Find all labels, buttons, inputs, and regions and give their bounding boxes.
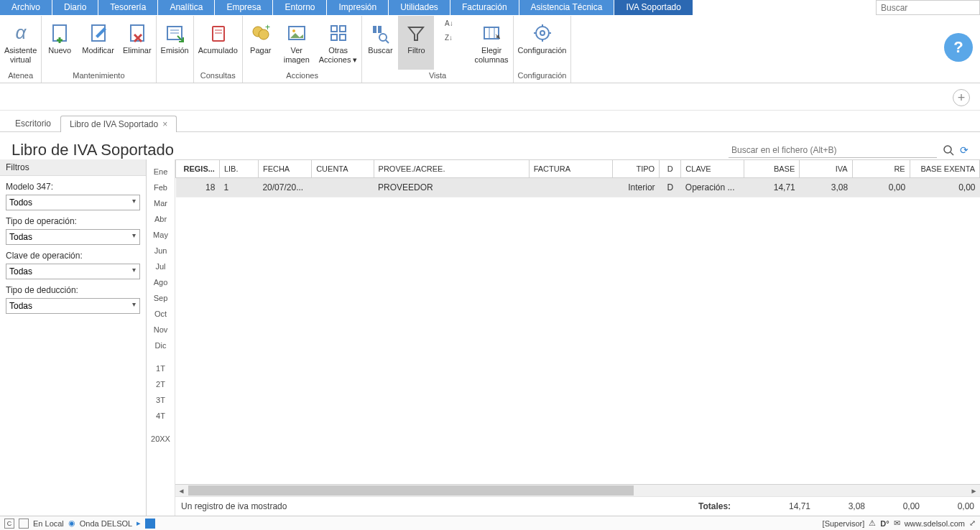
col-header[interactable]: TIPO bbox=[613, 160, 660, 178]
menu-impresión[interactable]: Impresión bbox=[327, 0, 389, 15]
add-button[interactable]: + bbox=[953, 89, 970, 106]
scroll-thumb[interactable] bbox=[188, 485, 634, 496]
col-header[interactable]: FECHA bbox=[258, 160, 311, 178]
month-abr[interactable]: Abr bbox=[147, 211, 175, 227]
ribbon-btn-acumulado[interactable]: Acumulado bbox=[194, 16, 242, 70]
col-header[interactable]: BASE EXENTA bbox=[910, 160, 979, 178]
ribbon-btn-label: Buscar bbox=[368, 46, 392, 55]
status-c-icon[interactable]: C bbox=[4, 519, 14, 529]
col-header[interactable]: D bbox=[660, 160, 681, 178]
ribbon-btn-sort[interactable]: A↓Z↓ bbox=[434, 16, 470, 70]
ribbon-btn-eliminar[interactable]: Eliminar bbox=[119, 16, 156, 70]
col-header[interactable]: CUENTA bbox=[312, 160, 374, 178]
file-search-input[interactable] bbox=[729, 143, 937, 158]
table-cell: 14,71 bbox=[744, 178, 800, 197]
month-nov[interactable]: Nov bbox=[147, 322, 175, 338]
col-header[interactable]: RE bbox=[852, 160, 910, 178]
menu-tesorería[interactable]: Tesorería bbox=[98, 0, 158, 15]
ribbon-btn-otras[interactable]: Otras Acciones ▾ bbox=[315, 16, 362, 70]
refresh-icon[interactable]: ⟳ bbox=[960, 144, 969, 156]
mail-icon[interactable]: ✉ bbox=[894, 519, 900, 528]
total-value: 0,00 bbox=[865, 501, 920, 511]
filter-select-1[interactable]: Todas bbox=[6, 229, 140, 245]
ribbon-btn-label: Configuración bbox=[518, 46, 567, 55]
col-header[interactable]: FACTURA bbox=[529, 160, 613, 178]
ribbon-btn-filtro[interactable]: Filtro bbox=[398, 16, 434, 70]
svg-rect-22 bbox=[331, 34, 337, 40]
search-icon bbox=[369, 22, 392, 45]
month-2t[interactable]: 2T bbox=[147, 376, 175, 392]
total-value: 14,71 bbox=[756, 501, 810, 511]
menu-facturación[interactable]: Facturación bbox=[450, 0, 519, 15]
filter-select-2[interactable]: Todas bbox=[6, 264, 140, 279]
month-3t[interactable]: 3T bbox=[147, 392, 175, 408]
ribbon-btn-configuraci-n[interactable]: Configuración bbox=[514, 16, 571, 70]
scroll-right-icon[interactable]: ► bbox=[968, 485, 980, 497]
svg-text:A↓: A↓ bbox=[445, 19, 453, 27]
table-cell: 0,00 bbox=[852, 178, 910, 197]
menu-analítica[interactable]: Analítica bbox=[158, 0, 215, 15]
play-icon[interactable]: ▸ bbox=[137, 519, 141, 528]
ribbon-btn-pagar[interactable]: +Pagar bbox=[243, 16, 279, 70]
month-20xx[interactable]: 20XX bbox=[147, 431, 175, 447]
month-dic[interactable]: Dic bbox=[147, 338, 175, 353]
status-box-icon[interactable] bbox=[19, 519, 29, 529]
menu-asistencia-técnica[interactable]: Asistencia Técnica bbox=[519, 0, 615, 15]
ribbon-btn-nuevo[interactable]: Nuevo bbox=[42, 16, 78, 70]
tab-libro-de-iva-soportado[interactable]: Libro de IVA Soportado× bbox=[60, 116, 177, 132]
ribbon-btn-modificar[interactable]: Modificar bbox=[78, 16, 119, 70]
scroll-left-icon[interactable]: ◄ bbox=[175, 485, 188, 497]
status-url[interactable]: www.sdelsol.com bbox=[905, 519, 965, 528]
ribbon-group-title: Acciones bbox=[243, 70, 362, 81]
col-header[interactable]: IVA bbox=[800, 160, 852, 178]
menu-iva-soportado[interactable]: IVA Soportado bbox=[614, 0, 693, 15]
tab-escritorio[interactable]: Escritorio bbox=[6, 115, 60, 131]
ribbon-btn-buscar[interactable]: Buscar bbox=[362, 16, 398, 70]
month-may[interactable]: May bbox=[147, 227, 175, 243]
status-calendar-icon[interactable] bbox=[145, 519, 155, 529]
svg-text:+: + bbox=[265, 22, 270, 32]
col-header[interactable]: PROVEE./ACREE. bbox=[374, 160, 529, 178]
ribbon-btn-ver[interactable]: Ver imagen bbox=[279, 16, 315, 70]
menu-archivo[interactable]: Archivo bbox=[0, 0, 52, 15]
ribbon-btn-asistente[interactable]: αAsistente virtual bbox=[0, 16, 41, 70]
month-jun[interactable]: Jun bbox=[147, 243, 175, 259]
horizontal-scrollbar[interactable]: ◄ ► bbox=[175, 484, 980, 496]
ribbon-group-Mantenimiento: NuevoModificarEliminarMantenimiento bbox=[42, 16, 156, 83]
filter-select-0[interactable]: Todos bbox=[6, 195, 140, 210]
global-search-input[interactable] bbox=[876, 0, 980, 15]
d-icon[interactable]: D° bbox=[880, 519, 889, 528]
month-oct[interactable]: Oct bbox=[147, 306, 175, 322]
filter-label: Clave de operación: bbox=[6, 251, 140, 261]
menu-utilidades[interactable]: Utilidades bbox=[389, 0, 450, 15]
col-header[interactable]: LIB. bbox=[219, 160, 258, 178]
delete-icon bbox=[126, 22, 149, 45]
col-header[interactable]: BASE bbox=[744, 160, 800, 178]
sub-ribbon-bar: + bbox=[0, 83, 980, 111]
ribbon-btn-label: Asistente virtual bbox=[4, 46, 37, 65]
col-header[interactable]: CLAVE bbox=[681, 160, 744, 178]
expand-icon[interactable]: ⤢ bbox=[969, 519, 976, 528]
warning-icon[interactable]: ⚠ bbox=[869, 519, 876, 528]
ribbon-btn-emisi-n[interactable]: Emisión bbox=[157, 16, 193, 78]
month-feb[interactable]: Feb bbox=[147, 180, 175, 195]
menu-empresa[interactable]: Empresa bbox=[215, 0, 273, 15]
month-4t[interactable]: 4T bbox=[147, 408, 175, 424]
month-1t[interactable]: 1T bbox=[147, 361, 175, 376]
month-ago[interactable]: Ago bbox=[147, 274, 175, 290]
close-icon[interactable]: × bbox=[162, 119, 167, 129]
help-button[interactable]: ? bbox=[944, 33, 973, 62]
month-sep[interactable]: Sep bbox=[147, 290, 175, 306]
table-row[interactable]: 18120/07/20...PROVEEDORInteriorDOperació… bbox=[176, 178, 980, 197]
status-onda[interactable]: Onda DELSOL bbox=[80, 519, 132, 528]
col-header[interactable]: REGIS... bbox=[176, 160, 220, 178]
search-icon[interactable] bbox=[943, 144, 954, 156]
table-scroll[interactable]: REGIS...LIB.FECHACUENTAPROVEE./ACREE.FAC… bbox=[175, 159, 980, 484]
menu-diario[interactable]: Diario bbox=[52, 0, 98, 15]
month-mar[interactable]: Mar bbox=[147, 195, 175, 211]
menu-entorno[interactable]: Entorno bbox=[273, 0, 327, 15]
filter-select-3[interactable]: Todas bbox=[6, 298, 140, 314]
month-ene[interactable]: Ene bbox=[147, 164, 175, 180]
ribbon-btn-elegir[interactable]: Elegir columnas bbox=[470, 16, 512, 70]
month-jul[interactable]: Jul bbox=[147, 259, 175, 274]
